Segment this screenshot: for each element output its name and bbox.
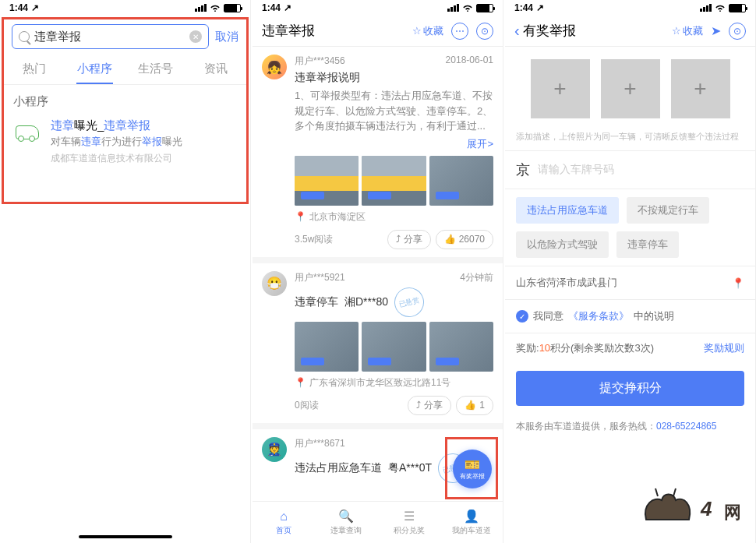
favorite-button[interactable]: ☆ 收藏: [672, 24, 703, 38]
battery-icon: [476, 4, 493, 12]
tag-option[interactable]: 不按规定行车: [627, 197, 709, 224]
avatar: 👧: [262, 55, 287, 79]
plate-input[interactable]: 请输入车牌号码: [538, 163, 614, 177]
status-time: 1:44: [514, 2, 533, 13]
tag-option[interactable]: 违章停车: [616, 231, 679, 258]
post-user: 用户***3456: [295, 55, 345, 68]
screen-2-feed: 1:44↗ 违章举报 ☆ 收藏 ⋯ ⊙ 👧 用户***34562018-06-0…: [253, 0, 503, 543]
violation-tags: 违法占用应急车道 不按规定行车 以危险方式驾驶 违章停车: [505, 189, 755, 266]
page-title: 有奖举报: [523, 22, 672, 40]
tabs: 热门 小程序 生活号 资讯: [4, 54, 246, 85]
battery-icon: [729, 4, 746, 12]
section-title: 小程序: [13, 94, 237, 109]
reward-number: 10: [539, 342, 550, 354]
nav-query[interactable]: 🔍违章查询: [315, 502, 377, 543]
terms-link[interactable]: 《服务条款》: [568, 309, 629, 323]
reads-count: 3.5w阅读: [295, 233, 333, 246]
status-bar: 1:44↗: [0, 0, 250, 16]
share-button[interactable]: ⤴ 分享: [408, 396, 451, 415]
nav-mine[interactable]: 👤我的车道道: [440, 502, 503, 543]
navigate-icon[interactable]: ➤: [711, 23, 721, 38]
like-button[interactable]: 👍 1: [456, 396, 493, 415]
search-value: 违章举报: [34, 30, 185, 44]
reads-count: 0阅读: [295, 399, 319, 412]
nav-points[interactable]: ☰积分兑奖: [378, 502, 440, 543]
wifi-icon: [715, 4, 726, 12]
post-time: 2018-06-01: [446, 55, 493, 68]
submit-button[interactable]: 提交挣积分: [516, 371, 744, 406]
signal-icon: [195, 4, 207, 12]
results-section: 小程序 违章曝光_违章举报 对车辆违章行为进行举报曝光 成都车道道信息技术有限公…: [4, 85, 246, 175]
search-row: 违章举报 ✕ 取消: [4, 19, 246, 54]
more-button[interactable]: ⋯: [451, 23, 468, 40]
search-input[interactable]: 违章举报 ✕: [12, 24, 209, 49]
coins-icon: ☰: [401, 510, 417, 524]
battery-icon: [224, 4, 241, 12]
home-indicator[interactable]: [79, 535, 172, 538]
status-time: 1:44: [9, 2, 28, 13]
back-button[interactable]: ‹: [514, 22, 520, 40]
search-result-item[interactable]: 违章曝光_违章举报 对车辆违章行为进行举报曝光 成都车道道信息技术有限公司: [13, 118, 237, 165]
user-icon: 👤: [464, 510, 479, 524]
location-text: 山东省菏泽市成武县门: [516, 276, 617, 290]
location-arrow-icon: ↗: [284, 2, 291, 13]
share-button[interactable]: ⤴ 分享: [387, 230, 431, 249]
ticket-icon: 🎫: [465, 457, 480, 472]
svg-text:网: 网: [724, 502, 741, 522]
tab-life[interactable]: 生活号: [125, 54, 186, 84]
pin-icon[interactable]: 📍: [732, 277, 744, 289]
tab-hot[interactable]: 热门: [4, 54, 65, 84]
fab-report-button[interactable]: 🎫 有奖举报: [453, 450, 492, 488]
cancel-button[interactable]: 取消: [215, 30, 238, 44]
post-images[interactable]: [295, 156, 493, 206]
plate-number: 粤A***0T: [388, 461, 432, 475]
plate-number: 湘D***80: [344, 295, 388, 309]
plate-prefix[interactable]: 京: [516, 160, 530, 179]
location-row[interactable]: 山东省菏泽市成武县门 📍: [505, 266, 755, 299]
signal-icon: [447, 4, 459, 12]
nav-home[interactable]: ⌂首页: [253, 502, 315, 543]
hotline-link[interactable]: 028-65224865: [656, 421, 716, 432]
upload-slot[interactable]: +: [531, 59, 590, 118]
post-title: 违章举报说明: [295, 71, 493, 85]
post-images[interactable]: [295, 322, 493, 372]
clear-icon[interactable]: ✕: [189, 30, 202, 43]
status-bar: 1:44↗: [505, 0, 755, 16]
result-desc: 对车辆违章行为进行举报曝光: [51, 135, 237, 149]
close-button[interactable]: ⊙: [476, 23, 493, 40]
app-header: 违章举报 ☆ 收藏 ⋯ ⊙: [253, 16, 503, 47]
upload-hint: 添加描述，上传照片为同一车辆，可清晰反馈整个违法过程: [505, 131, 755, 150]
home-icon: ⌂: [276, 510, 291, 524]
close-button[interactable]: ⊙: [729, 23, 746, 40]
wifi-icon: [210, 4, 221, 12]
reward-rules-link[interactable]: 奖励规则: [704, 341, 744, 355]
checkbox-checked-icon[interactable]: ✓: [516, 310, 528, 323]
app-header: ‹ 有奖举报 ☆ 收藏 ➤ ⊙: [505, 16, 755, 47]
screen-3-report-form: 1:44↗ ‹ 有奖举报 ☆ 收藏 ➤ ⊙ + + + 添加描述，上传照片为同一…: [505, 0, 756, 543]
post-desc: 1、可举报类型有：违法占用应急车道、不按规定行车、以危险方式驾驶、违章停车。2、…: [295, 88, 493, 134]
tag-option[interactable]: 违法占用应急车道: [516, 197, 619, 224]
bottom-nav: ⌂首页 🔍违章查询 ☰积分兑奖 👤我的车道道: [253, 501, 503, 543]
post-item[interactable]: 👧 用户***34562018-06-01 违章举报说明 1、可举报类型有：违法…: [253, 47, 503, 263]
location-arrow-icon: ↗: [536, 2, 544, 13]
tab-miniapp[interactable]: 小程序: [65, 54, 125, 84]
result-title: 违章曝光_违章举报: [51, 118, 237, 133]
tab-news[interactable]: 资讯: [185, 54, 246, 84]
favorite-button[interactable]: ☆ 收藏: [412, 24, 443, 38]
reward-row: 奖励:10积分(剩余奖励次数3次) 奖励规则: [505, 333, 755, 363]
avatar: 👮: [262, 437, 287, 462]
post-item[interactable]: 😷 用户***59214分钟前 违章停车 湘D***80 已悬赏 📍 广东省深圳…: [253, 263, 503, 429]
wifi-icon: [462, 4, 473, 12]
expand-button[interactable]: 展开>: [295, 137, 493, 151]
watermark: 4网: [631, 481, 755, 527]
plate-input-row[interactable]: 京 请输入车牌号码: [505, 151, 755, 189]
screen-1-search: 1:44↗ 违章举报 ✕ 取消 热门 小程序 生活号 资讯 小程序: [0, 0, 251, 543]
upload-slot[interactable]: +: [671, 59, 730, 118]
post-user: 用户***8671: [295, 437, 345, 450]
upload-slot[interactable]: +: [601, 59, 660, 118]
agree-row[interactable]: ✓ 我同意 《服务条款》 中的说明: [505, 300, 755, 333]
like-button[interactable]: 👍 26070: [436, 230, 493, 249]
tag-option[interactable]: 以危险方式驾驶: [516, 231, 609, 258]
highlight-border: 违章举报 ✕ 取消 热门 小程序 生活号 资讯 小程序 违章曝光_违章举报 对车…: [2, 17, 249, 204]
location-arrow-icon: ↗: [31, 2, 39, 13]
